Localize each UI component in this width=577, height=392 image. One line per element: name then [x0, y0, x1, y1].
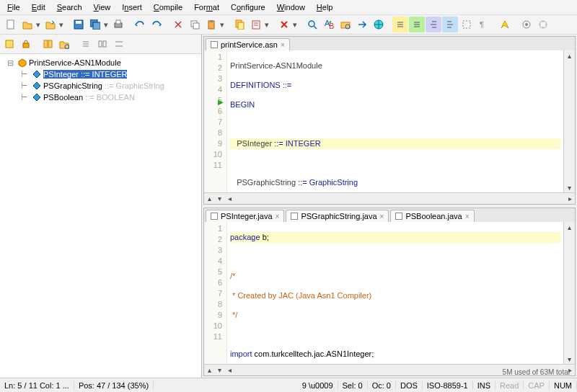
- svg-rect-8: [193, 23, 199, 29]
- paste-dropdown[interactable]: ▾: [219, 20, 226, 30]
- sidebar-lock[interactable]: [18, 36, 34, 52]
- menu-format[interactable]: Format: [190, 1, 224, 13]
- sidebar-highlight[interactable]: [1, 36, 17, 52]
- tree-item-psboolean[interactable]: ⊢ PSBoolean ::= BOOLEAN: [1, 92, 200, 103]
- reopen-button[interactable]: [43, 17, 58, 32]
- svg-rect-12: [238, 22, 244, 30]
- sidebar-list[interactable]: [78, 36, 94, 52]
- tab-psinteger-java[interactable]: PSInteger.java×: [206, 210, 284, 222]
- menu-view[interactable]: View: [89, 1, 115, 13]
- svg-rect-2: [76, 21, 82, 24]
- whitespace-button[interactable]: ¶: [475, 17, 491, 32]
- status-oc: Oc: 0: [368, 381, 396, 390]
- svg-text:B: B: [329, 22, 334, 30]
- gutter: 12345 67891011: [204, 222, 227, 364]
- close-tab-icon[interactable]: ×: [465, 213, 470, 220]
- sidebar-refresh[interactable]: [40, 36, 56, 52]
- copydoc-button[interactable]: [232, 17, 247, 32]
- menu-file[interactable]: File: [3, 1, 25, 13]
- vscrollbar[interactable]: ▴▾: [563, 50, 575, 192]
- selectall-button[interactable]: [248, 17, 264, 32]
- svg-rect-4: [93, 22, 100, 30]
- svg-rect-49: [103, 41, 106, 47]
- svg-rect-42: [44, 40, 48, 48]
- selectall-dropdown[interactable]: ▾: [263, 20, 270, 30]
- module-icon: [17, 58, 27, 68]
- svg-rect-6: [116, 20, 120, 24]
- status-pos: Pos: 47 / 134 (35%): [74, 381, 154, 390]
- tree-item-psinteger[interactable]: ⊢ PSInteger ::= INTEGER: [1, 68, 200, 80]
- delete-dropdown[interactable]: ▾: [291, 20, 299, 30]
- tab-psgraphicstring-java[interactable]: PSGraphicString.java×: [286, 210, 389, 222]
- paste-button[interactable]: [203, 17, 219, 32]
- menu-configure[interactable]: Configure: [226, 1, 270, 13]
- cut-button[interactable]: [170, 17, 186, 32]
- redo-button[interactable]: [149, 17, 164, 32]
- menu-help[interactable]: Help: [312, 1, 338, 13]
- svg-rect-0: [7, 20, 14, 29]
- editor-top: printService.asn × 1234 5▶ 67891011 Prin…: [203, 36, 576, 205]
- status-sel: Sel: 0: [338, 381, 368, 390]
- print-button[interactable]: [110, 17, 126, 32]
- tree-root[interactable]: ⊟ PrintService-ASN1Module: [1, 57, 200, 68]
- indent-right-button[interactable]: [442, 17, 458, 32]
- highlight1-button[interactable]: [392, 17, 408, 32]
- code-text[interactable]: PrintService-ASN1Module DEFINITIONS ::= …: [227, 50, 563, 192]
- statusbar: Ln: 5 / 11 Col: 1 ... Pos: 47 / 134 (35%…: [0, 378, 577, 392]
- status-insert: INS: [473, 381, 495, 390]
- close-tab-icon[interactable]: ×: [281, 41, 285, 49]
- svg-line-17: [314, 26, 317, 29]
- tree-item-label: PSBoolean: [43, 93, 83, 102]
- menubar: File Edit Search View Insert Compile For…: [0, 0, 577, 15]
- mark-button[interactable]: [497, 17, 513, 32]
- sidebar-sort[interactable]: [111, 36, 127, 52]
- toolbar-main: ▾ ▾ ▾ ▾ ▾ ▾ AB ¶: [0, 15, 577, 35]
- open-dropdown[interactable]: ▾: [35, 20, 42, 30]
- replace-button[interactable]: AB: [321, 17, 337, 32]
- new-button[interactable]: [3, 17, 19, 32]
- copy-button[interactable]: [187, 17, 203, 32]
- close-tab-icon[interactable]: ×: [380, 213, 384, 220]
- wrap-button[interactable]: [459, 17, 475, 32]
- code-area-bottom[interactable]: 12345 67891011 package b; /* * Created b…: [204, 222, 575, 364]
- code-text[interactable]: package b; /* * Created by JAC (Java Asn…: [227, 222, 563, 364]
- close-tab-icon[interactable]: ×: [276, 213, 280, 220]
- browse-button[interactable]: [371, 17, 387, 32]
- undo-button[interactable]: [132, 17, 148, 32]
- menu-window[interactable]: Window: [273, 1, 309, 13]
- indent-left-button[interactable]: [426, 17, 441, 32]
- memory-status: 5M used of 63M total: [503, 368, 570, 376]
- type-icon: [32, 69, 42, 79]
- tab-printservice-asn[interactable]: printService.asn ×: [206, 38, 290, 50]
- settings-button[interactable]: [519, 17, 534, 32]
- svg-point-16: [309, 21, 314, 27]
- editors: printService.asn × 1234 5▶ 67891011 Prin…: [202, 35, 577, 378]
- reopen-dropdown[interactable]: ▾: [58, 20, 65, 30]
- hscrollbar-top[interactable]: ▴▾◂▸: [204, 192, 575, 204]
- sidebar-details[interactable]: [94, 36, 110, 52]
- status-caps: CAP: [524, 381, 550, 390]
- menu-edit[interactable]: Edit: [27, 1, 50, 13]
- menu-insert[interactable]: Insert: [118, 1, 146, 13]
- menu-search[interactable]: Search: [53, 1, 87, 13]
- saveall-dropdown[interactable]: ▾: [102, 20, 110, 30]
- saveall-button[interactable]: [87, 17, 103, 32]
- save-button[interactable]: [71, 17, 87, 32]
- delete-button[interactable]: [276, 17, 292, 32]
- editor-bottom: PSInteger.java× PSGraphicString.java× PS…: [203, 208, 576, 376]
- findinfiles-button[interactable]: [338, 17, 353, 32]
- sidebar-toolbar: [0, 35, 201, 54]
- settings2-button[interactable]: [535, 17, 551, 32]
- main-area: ⊟ PrintService-ASN1Module ⊢ PSInteger ::…: [0, 35, 577, 378]
- find-button[interactable]: [304, 17, 320, 32]
- highlight2-button[interactable]: [409, 17, 425, 32]
- vscrollbar[interactable]: ▴▾: [563, 222, 575, 364]
- tab-psboolean-java[interactable]: PSBoolean.java×: [390, 210, 474, 222]
- code-area-top[interactable]: 1234 5▶ 67891011 PrintService-ASN1Module…: [204, 50, 575, 192]
- goto-button[interactable]: [354, 17, 370, 32]
- svg-rect-10: [210, 20, 213, 22]
- open-button[interactable]: [19, 17, 35, 32]
- menu-compile[interactable]: Compile: [149, 1, 187, 13]
- tree-item-psgraphicstring[interactable]: ⊢ PSGraphicString ::= GraphicString: [1, 80, 200, 92]
- sidebar-folder[interactable]: [56, 36, 72, 52]
